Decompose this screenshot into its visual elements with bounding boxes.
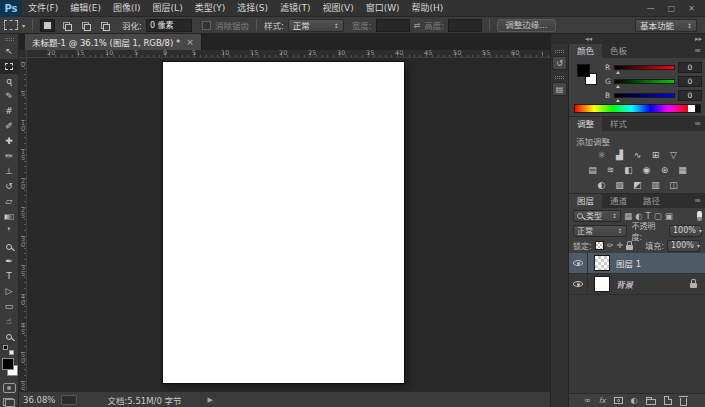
layer-thumbnail[interactable] [594,255,610,271]
menu-item[interactable]: 视图(V) [316,0,359,17]
filter-type-dropdown[interactable]: 类型 ↕ [573,210,621,222]
panel-menu-icon[interactable]: ≡ [694,44,705,58]
document-canvas[interactable] [163,62,404,383]
subtract-from-selection-button[interactable] [78,19,93,32]
channel-mixer-adjustment-icon[interactable]: ⊛ [658,165,671,176]
width-input[interactable] [376,19,410,32]
gradient-map-adjustment-icon[interactable]: ▥ [649,180,662,191]
quick-mask-button[interactable] [3,383,16,393]
channel-slider[interactable] [614,93,675,98]
menu-item[interactable]: 窗口(W) [360,0,406,17]
fill-dropdown[interactable]: 100% ▾ [667,240,700,252]
color-balance-adjustment-icon[interactable]: ≋ [604,165,617,176]
tab-styles[interactable]: 样式 [602,117,635,131]
pasteboard[interactable] [27,58,550,391]
vibrance-adjustment-icon[interactable]: ▽ [667,150,680,161]
menu-item[interactable]: 帮助(H) [406,0,450,17]
lock-all-icon[interactable] [626,245,633,250]
vertical-ruler[interactable]: 0510152025303540455055 [19,58,27,391]
antialias-checkbox[interactable] [202,21,211,30]
add-to-selection-button[interactable] [59,19,74,32]
exposure-adjustment-icon[interactable]: ⊞ [649,150,662,161]
swap-dimensions-icon[interactable]: ⇄ [414,21,421,30]
blend-mode-dropdown[interactable]: 正常 ↕ [573,225,627,237]
color-spectrum-ramp[interactable] [574,104,701,113]
status-menu-arrow-icon[interactable]: ▶ [208,396,213,404]
clone-stamp-tool[interactable]: ⊥ [0,164,19,179]
dodge-tool[interactable] [0,239,19,254]
panel-menu-icon[interactable]: ≡ [694,194,705,208]
menu-item[interactable]: 类型(Y) [189,0,232,17]
height-input[interactable] [448,19,482,32]
properties-panel-button[interactable]: ▤ [552,82,567,96]
default-colors-icon[interactable] [3,345,15,355]
minimize-icon[interactable]: — [647,4,655,13]
photo-filter-adjustment-icon[interactable]: ◉ [640,165,653,176]
hue-saturation-adjustment-icon[interactable]: ▤ [586,165,599,176]
invert-adjustment-icon[interactable]: ◐ [595,180,608,191]
lock-position-icon[interactable]: ✛ [616,241,623,250]
visibility-cell[interactable] [569,253,588,273]
channel-slider[interactable] [614,65,675,70]
add-layer-mask-icon[interactable] [614,397,623,404]
channel-value-field[interactable]: 0 [678,76,702,87]
opacity-dropdown[interactable]: 100% ▾ [669,225,702,237]
eye-icon[interactable] [573,260,583,266]
gradient-tool[interactable] [0,209,19,224]
layer-style-fx-icon[interactable]: fx [599,396,606,405]
hand-tool[interactable]: ☝ [0,314,19,329]
move-tool[interactable]: ↖ [0,44,19,59]
ruler-origin-corner[interactable] [19,50,27,58]
tab-channels[interactable]: 通道 [602,194,635,208]
tab-paths[interactable]: 路径 [635,194,668,208]
channel-slider[interactable] [614,79,675,84]
lasso-tool[interactable]: ɋ [0,74,19,89]
history-panel-button[interactable]: ↺ [552,56,567,70]
menu-item[interactable]: 图层(L) [147,0,189,17]
lock-transparent-pixels-icon[interactable] [595,241,604,250]
blur-tool[interactable]: ❜ [0,224,19,239]
new-adjustment-layer-icon[interactable]: ◐ [631,396,638,405]
menu-item[interactable]: 文件(F) [22,0,64,17]
layer-thumbnail[interactable] [594,276,610,292]
menu-item[interactable]: 选择(S) [231,0,274,17]
intersect-selection-button[interactable] [97,19,112,32]
tab-layers[interactable]: 图层 [569,194,602,208]
layer-row[interactable]: 图层 1 [569,253,705,274]
horizontal-ruler[interactable]: 2015105051015202530354045505560 [27,50,550,58]
link-layers-icon[interactable]: ∞ [584,396,591,405]
eyedropper-tool[interactable]: ✐ [0,119,19,134]
close-icon[interactable]: ✕ [688,4,695,13]
tool-preset-icon[interactable] [4,20,18,30]
layer-name[interactable]: 图层 1 [616,257,705,269]
brush-tool[interactable]: ✏ [0,149,19,164]
new-group-icon[interactable] [646,399,656,405]
new-selection-button[interactable] [40,19,55,32]
refine-edge-button[interactable]: 调整边缘… [497,19,556,32]
layer-filtering-toggle[interactable] [697,211,702,221]
feather-input[interactable]: 0 像素 [146,19,192,32]
menu-item[interactable]: 图像(I) [107,0,147,17]
new-layer-icon[interactable] [664,396,672,405]
posterize-adjustment-icon[interactable]: ▨ [613,180,626,191]
workspace-dropdown[interactable]: 基本功能 ↕ [635,19,697,32]
foreground-color-swatch[interactable] [577,64,590,77]
path-selection-tool[interactable]: ▷ [0,284,19,299]
tab-swatches[interactable]: 色板 [602,44,635,58]
pen-tool[interactable]: ✒ [0,254,19,269]
channel-value-field[interactable]: 0 [678,90,702,101]
screen-mode-button[interactable] [3,398,15,407]
history-brush-tool[interactable]: ↺ [0,179,19,194]
crop-tool[interactable]: # [0,104,19,119]
spot-healing-brush-tool[interactable]: ✚ [0,134,19,149]
collapse-dock-icon[interactable]: ◂◂ [585,34,592,44]
type-tool[interactable]: T [0,269,19,284]
selective-color-adjustment-icon[interactable]: ◫ [667,180,680,191]
quick-selection-tool[interactable]: ✎ [0,89,19,104]
delete-layer-icon[interactable] [680,398,687,406]
eye-icon[interactable] [573,281,583,287]
menu-item[interactable]: 滤镜(T) [274,0,317,17]
visibility-cell[interactable] [569,274,588,294]
curves-adjustment-icon[interactable]: ∿ [631,150,644,161]
tab-close-icon[interactable]: × [186,37,194,47]
